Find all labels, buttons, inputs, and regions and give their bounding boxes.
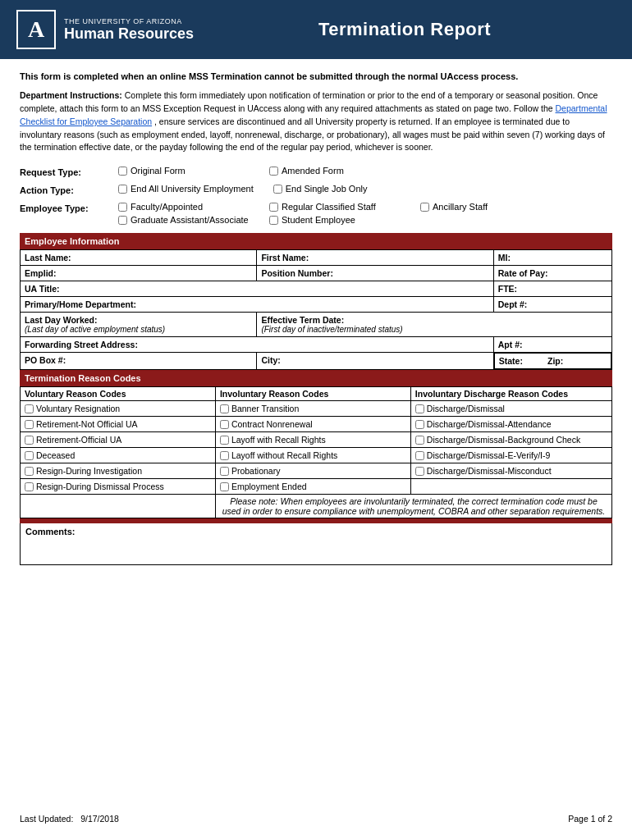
discharge-everify-checkbox[interactable] [415,451,424,460]
layoff-recall[interactable]: Layoff with Recall Rights [220,434,406,445]
city-row: PO Box #: City: State: Zip: [21,353,612,370]
first-name-cell: First Name: [257,250,493,266]
emplid-cell: Emplid: [21,266,257,281]
discharge-misconduct[interactable]: Discharge/Dismissal-Misconduct [415,465,607,477]
banner-transition-checkbox[interactable] [220,404,229,413]
emp-type-student[interactable]: Student Employee [269,215,401,225]
reason-row-3: Retirement-Official UA Layoff with Recal… [21,432,612,448]
retirement-official-label: Retirement-Official UA [36,435,121,445]
discharge-dismissal-checkbox[interactable] [415,404,424,413]
reason-row-4: Deceased Layoff without Recall Rights Di… [21,448,612,463]
reason-row-1: Voluntary Resignation Banner Transition … [21,401,612,417]
primary-dept-cell: Primary/Home Department: [21,297,494,313]
mi-cell: MI: [493,250,611,266]
involuntary-header: Involuntary Reason Codes [215,387,410,401]
emp-type-grad-checkbox[interactable] [118,216,127,225]
deceased-checkbox[interactable] [25,451,34,460]
instructions-label: Department Instructions: [20,90,122,100]
last-updated-value: 9/17/2018 [80,814,119,824]
discharge-dismissal[interactable]: Discharge/Dismissal [415,403,607,414]
discharge-6-cell [410,479,611,495]
fte-cell: FTE: [493,281,611,297]
discharge-misconduct-checkbox[interactable] [415,467,424,476]
retirement-not-official-checkbox[interactable] [25,420,34,429]
emp-type-faculty-checkbox[interactable] [118,203,127,212]
resign-dismissal-label: Resign-During Dismissal Process [36,482,164,491]
resign-investigation-checkbox[interactable] [25,467,34,476]
emp-type-ancillary-checkbox[interactable] [420,203,429,212]
probationary-checkbox[interactable] [220,467,229,476]
retirement-official[interactable]: Retirement-Official UA [25,434,211,445]
deceased[interactable]: Deceased [25,450,211,461]
last-updated: Last Updated: 9/17/2018 [20,814,119,824]
request-type-original[interactable]: Original Form [118,166,250,176]
po-box-cell: PO Box #: [21,353,257,370]
banner-transition[interactable]: Banner Transition [220,403,406,414]
involuntary-1-cell: Banner Transition [215,401,410,417]
primary-dept-label: Primary/Home Department: [25,299,136,309]
ua-title-label: UA Title: [25,284,60,294]
layoff-no-recall-checkbox[interactable] [220,451,229,460]
layoff-no-recall-label: Layoff without Recall Rights [231,450,337,460]
request-type-amended[interactable]: Amended Form [269,166,401,176]
action-type-single-checkbox[interactable] [273,185,282,194]
university-name: THE UNIVERSITY OF ARIZONA [64,17,194,25]
emp-type-grad[interactable]: Graduate Assistant/Associate [118,215,250,225]
action-type-single[interactable]: End Single Job Only [273,184,405,194]
employment-ended-checkbox[interactable] [220,482,229,491]
emp-type-ancillary[interactable]: Ancillary Staff [420,202,552,212]
action-type-all-label: End All University Employment [131,184,254,194]
city-cell: City: [257,353,493,370]
discharge-background[interactable]: Discharge/Dismissal-Background Check [415,434,607,445]
probationary[interactable]: Probationary [220,465,406,477]
contract-nonrenewal[interactable]: Contract Nonrenewal [220,418,406,430]
discharge-4-cell: Discharge/Dismissal-E-Verify/I-9 [410,448,611,463]
fte-label: FTE: [498,284,517,294]
request-type-original-checkbox[interactable] [118,167,127,176]
discharge-attendance[interactable]: Discharge/Dismissal-Attendance [415,418,607,430]
action-type-all-checkbox[interactable] [118,185,127,194]
voluntary-resignation[interactable]: Voluntary Resignation [25,403,211,414]
city-label: City: [261,355,280,365]
employee-type-options: Faculty/Appointed Regular Classified Sta… [118,202,552,225]
emp-type-regular[interactable]: Regular Classified Staff [269,202,401,212]
voluntary-6-cell: Resign-During Dismissal Process [21,479,216,495]
emp-type-regular-checkbox[interactable] [269,203,278,212]
emp-type-regular-label: Regular Classified Staff [282,202,376,212]
voluntary-4-cell: Deceased [21,448,216,463]
resign-dismissal-checkbox[interactable] [25,482,34,491]
effective-term-cell: Effective Term Date: (First day of inact… [257,313,612,337]
action-type-all[interactable]: End All University Employment [118,184,254,194]
page-number: Page 1 of 2 [568,814,612,824]
voluntary-5-cell: Resign-During Investigation [21,463,216,479]
request-type-label: Request Type: [20,166,118,177]
retirement-not-official[interactable]: Retirement-Not Official UA [25,418,211,430]
voluntary-resignation-checkbox[interactable] [25,404,34,413]
request-type-amended-label: Amended Form [282,166,344,176]
resign-dismissal[interactable]: Resign-During Dismissal Process [25,481,211,492]
discharge-attendance-checkbox[interactable] [415,420,424,429]
emp-type-faculty[interactable]: Faculty/Appointed [118,202,250,212]
layoff-recall-checkbox[interactable] [220,436,229,445]
discharge-everify[interactable]: Discharge/Dismissal-E-Verify/I-9 [415,450,607,461]
forwarding-addr-cell: Forwarding Street Address: [21,337,494,353]
employment-ended[interactable]: Employment Ended [220,481,406,492]
position-number-label: Position Number: [261,268,333,278]
note-cell: Please note: When employees are involunt… [215,495,611,518]
discharge-everify-label: Discharge/Dismissal-E-Verify/I-9 [427,450,551,460]
ua-logo: A [16,10,56,49]
discharge-background-checkbox[interactable] [415,436,424,445]
layoff-no-recall[interactable]: Layoff without Recall Rights [220,450,406,461]
retirement-official-checkbox[interactable] [25,436,34,445]
emp-type-student-checkbox[interactable] [269,216,278,225]
request-type-amended-checkbox[interactable] [269,167,278,176]
contract-nonrenewal-checkbox[interactable] [220,420,229,429]
page-header: A THE UNIVERSITY OF ARIZONA Human Resour… [0,0,632,59]
resign-investigation[interactable]: Resign-During Investigation [25,465,211,477]
last-name-cell: Last Name: [21,250,257,266]
dates-row: Last Day Worked: (Last day of active emp… [21,313,612,337]
resign-investigation-label: Resign-During Investigation [36,466,142,476]
forwarding-addr-label: Forwarding Street Address: [25,340,138,349]
page: A THE UNIVERSITY OF ARIZONA Human Resour… [0,0,632,840]
voluntary-1-cell: Voluntary Resignation [21,401,216,417]
